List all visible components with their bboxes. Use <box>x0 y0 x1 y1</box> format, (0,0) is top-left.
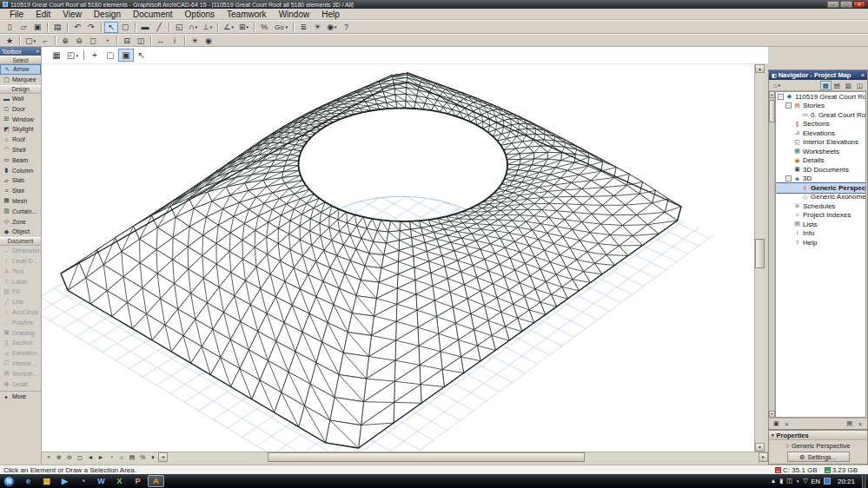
horizontal-scrollbar[interactable]: ◄ ► <box>158 452 768 463</box>
toolbar-open-button[interactable]: ▱ <box>17 22 30 33</box>
vertical-scrollbar[interactable]: ▲ ▼ <box>754 64 764 452</box>
tree-item-lists[interactable]: ▤Lists <box>776 220 865 229</box>
tool-line[interactable]: ╱Line <box>0 297 41 307</box>
tool-window[interactable]: ⊞Window <box>0 114 41 124</box>
tool-fill[interactable]: ▨Fill <box>0 287 41 297</box>
tool-text[interactable]: AText <box>0 266 41 276</box>
navigator-layout-book-button[interactable]: ▥ <box>843 81 854 90</box>
toolbar2-orbit-button[interactable]: ◔ <box>100 35 114 46</box>
toolbar2-zoom-out-button[interactable]: ⊖ <box>72 35 86 46</box>
toolbar-line-tool-button[interactable]: ╱ <box>152 22 166 33</box>
taskbar-powerpoint[interactable]: P <box>129 475 146 487</box>
properties-header[interactable]: ▾ Properties <box>769 431 867 440</box>
navigator-close-panel-button[interactable]: × <box>855 419 865 428</box>
taskbar-internet-explorer[interactable]: e <box>20 475 36 487</box>
quickview-layouts-button[interactable]: ▤ <box>127 452 137 462</box>
tree-item-generic-axonometry[interactable]: ◇Generic Axonometry <box>776 193 865 202</box>
toolbar-gravity-button[interactable]: ⊥▾ <box>200 22 215 33</box>
menu-document[interactable]: Document <box>127 9 179 20</box>
tool-elevation[interactable]: ⊿Elevation <box>0 348 41 359</box>
navigator-new-item-button[interactable]: ▣ <box>771 419 782 428</box>
quickview-pan-button[interactable]: + <box>43 452 54 462</box>
tool-door[interactable]: ◻Door <box>0 103 41 114</box>
toolbar2-offset-button[interactable]: ⌐ <box>38 35 52 46</box>
navigator-view-map-button[interactable]: ▤ <box>832 81 843 90</box>
menu-teamwork[interactable]: Teamwork <box>221 9 273 20</box>
menu-file[interactable]: File <box>3 9 30 20</box>
maximize-button[interactable]: ▢ <box>840 1 852 8</box>
hidden-icons-icon[interactable]: ▲ <box>771 478 777 485</box>
tool-interior[interactable]: ◰Interior... <box>0 359 41 369</box>
tool-drawing[interactable]: ▣Drawing <box>0 327 41 338</box>
horizontal-scrollbar-thumb[interactable] <box>268 452 585 462</box>
toolbar2-render-settings-button[interactable]: ☀ <box>188 35 202 46</box>
toolbar2-fit-view-button[interactable]: ◻ <box>86 35 100 46</box>
vertical-scrollbar-thumb[interactable] <box>755 239 765 268</box>
tool-arc-circle[interactable]: ○Arc/Circle <box>0 307 41 318</box>
toolbox-section-design[interactable]: Design <box>0 85 41 94</box>
toolbar-zoom-percent-button[interactable]: % <box>257 22 271 33</box>
viewport-current-tool-button[interactable]: ▣ <box>118 49 134 62</box>
tree-item-elevations[interactable]: ⊿Elevations <box>776 129 865 138</box>
navigator-title-bar[interactable]: ◧ Navigator - Project Map × <box>769 70 867 80</box>
toolbar-guide-lines-button[interactable]: ∠▾ <box>221 22 236 33</box>
flag-icon[interactable] <box>824 478 831 485</box>
toolbar-marquee-tool-button[interactable]: ▢ <box>118 22 132 33</box>
tool-curtain[interactable]: ▥Curtain... <box>0 206 41 216</box>
action-center-icon[interactable]: ▽ <box>803 478 807 485</box>
toolbar-sun-study-button[interactable]: ☀ <box>310 22 324 33</box>
navigator-scrollbar[interactable]: ▲ ▼ <box>769 91 775 418</box>
navigator-scroll-up-icon[interactable]: ▲ <box>769 91 775 98</box>
toolbar2-marquee-mode-button[interactable]: ▢▾ <box>23 35 38 46</box>
volume-icon[interactable]: ◖ <box>796 478 799 485</box>
toolbar2-camera-button[interactable]: ◉ <box>202 35 215 46</box>
quickview-orbit-button[interactable]: ◔ <box>106 452 116 462</box>
navigator-panel-options-button[interactable]: ▤ <box>844 419 855 428</box>
start-button[interactable]: ⊞ <box>3 476 15 487</box>
quickview-fit-in-window-button[interactable]: ◻ <box>75 452 85 462</box>
tool-section[interactable]: §Section <box>0 338 41 348</box>
toolbar2-element-information-button[interactable]: i <box>168 35 182 46</box>
toolbox-section-select[interactable]: Select <box>0 56 41 64</box>
toolbar-help-button[interactable]: ? <box>340 22 354 33</box>
close-button[interactable]: × <box>853 1 865 8</box>
tree-item-help[interactable]: ?Help <box>776 238 865 247</box>
toolbar-new-button[interactable]: ▯ <box>3 22 17 33</box>
viewport-view-mode-button[interactable]: ◰▾ <box>64 49 81 62</box>
tool-mesh[interactable]: ▦Mesh <box>0 196 41 207</box>
expand-collapse-icon[interactable]: - <box>778 94 784 100</box>
tree-item-110519-great-court-roof-all-5180-ele[interactable]: -◆110519 Great Court Roof all 5180 ele <box>776 92 865 102</box>
toolbar2-dimension-guides-button[interactable]: ↔ <box>154 35 168 46</box>
expand-collapse-icon[interactable]: - <box>785 102 792 109</box>
taskbar-excel[interactable]: X <box>111 475 128 487</box>
expand-collapse-icon[interactable]: - <box>785 175 792 181</box>
quickview-zoom-level-button[interactable]: % <box>137 452 148 462</box>
language-indicator[interactable]: EN <box>812 478 820 485</box>
toolbox-close-icon[interactable]: × <box>36 49 39 54</box>
tool-polyline[interactable]: ∟Polyline <box>0 317 41 327</box>
taskbar-explorer[interactable]: ▤ <box>38 475 55 487</box>
taskbar-word[interactable]: W <box>93 475 109 487</box>
taskbar-media-player[interactable]: ▶ <box>56 475 73 487</box>
navigator-scrollbar-thumb[interactable] <box>769 100 775 122</box>
toolbar2-cutting-planes-button[interactable]: ⊟ <box>120 35 134 46</box>
viewport-grid-display-button[interactable]: ▦ <box>49 49 64 62</box>
tree-item-info[interactable]: iInfo <box>776 229 865 239</box>
tool-skylight[interactable]: ◩Skylight <box>0 124 41 135</box>
tree-item-project-indexes[interactable]: ≡Project Indexes <box>776 211 865 221</box>
toolbar-wall-tool-button[interactable]: ▬ <box>138 22 152 33</box>
quickview-next-view-button[interactable]: ► <box>96 452 106 462</box>
quickview-zoom-in-button[interactable]: ⊕ <box>54 452 64 462</box>
menu-window[interactable]: Window <box>273 9 316 20</box>
scroll-right-icon[interactable]: ► <box>759 452 768 462</box>
battery-icon[interactable]: ▮ <box>779 478 783 485</box>
toolbar2-favorites-button[interactable]: ★ <box>3 35 17 46</box>
taskbar-snipping-tool[interactable]: ◔ <box>75 475 91 487</box>
quickview-previous-view-button[interactable]: ◄ <box>85 452 96 462</box>
tool-label[interactable]: TLabel <box>0 276 41 287</box>
taskbar-archicad[interactable]: A <box>148 475 164 487</box>
tool-arrow[interactable]: ↖Arrow <box>0 64 41 75</box>
menu-edit[interactable]: Edit <box>30 9 56 20</box>
quickview-explore-button[interactable]: ⌂ <box>116 452 127 462</box>
tool-detail[interactable]: ◉Detail <box>0 379 41 389</box>
